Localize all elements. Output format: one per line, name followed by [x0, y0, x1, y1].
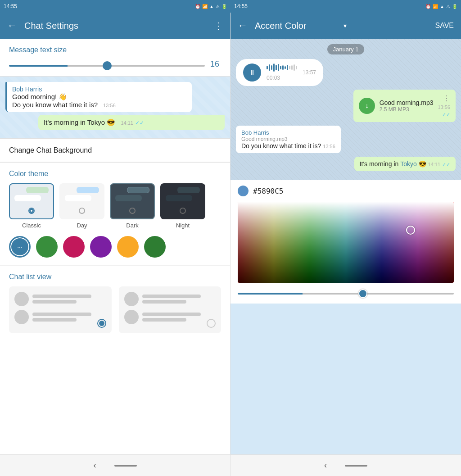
voice-time: 13:57 — [303, 69, 316, 76]
color-spectrum[interactable] — [238, 202, 454, 283]
wifi-icon: ▲ — [209, 4, 214, 9]
hue-slider[interactable] — [238, 293, 454, 295]
theme-dark-label: Dark — [126, 222, 138, 229]
right-status-icons: ⏰ 📶 ▲ ⚠ 🔋 — [425, 4, 457, 9]
right-bottom-nav: ‹ — [230, 454, 461, 476]
theme-dark-radio — [129, 208, 136, 214]
r-warning-icon: ⚠ — [446, 4, 450, 9]
color-theme-label: Color theme — [9, 170, 221, 178]
bob-text-row: Do you know what time it is? 13:56 — [241, 142, 335, 150]
accent-color-yellow[interactable] — [117, 236, 139, 258]
wave-bar — [285, 66, 286, 69]
cli-avatar-3 — [124, 292, 139, 306]
chat-list-style-1[interactable] — [9, 286, 112, 333]
accent-color-purple[interactable] — [90, 236, 112, 258]
file-more-button[interactable]: ⋮ — [443, 94, 450, 103]
tp-bubble — [115, 195, 142, 201]
color-picker-section: #5890C5 — [230, 180, 461, 304]
download-button[interactable]: ↓ — [359, 98, 375, 114]
alarm-icon: ⏰ — [195, 4, 200, 9]
wave-bar — [278, 64, 279, 71]
voice-duration: 00:03 — [267, 75, 280, 81]
cli-row-3 — [124, 292, 216, 306]
cli-avatar-4 — [124, 310, 139, 324]
theme-dark[interactable]: Dark — [110, 183, 155, 229]
theme-day-label: Day — [77, 222, 87, 229]
change-chat-background-button[interactable]: Change Chat Background — [0, 139, 230, 162]
text-size-slider-row: 16 — [9, 59, 221, 69]
menu-dots-button[interactable]: ⋮ — [214, 20, 223, 31]
wave-bar — [276, 65, 277, 70]
dropdown-arrow-icon[interactable]: ▾ — [343, 22, 347, 29]
cli-line — [32, 318, 77, 322]
file-msg-row: ↓ Good morning.mp3 2.5 MB MP3 ⋮ 13:56 ✓✓ — [236, 90, 456, 122]
nav-home-indicator[interactable] — [114, 465, 137, 467]
cli-lines-3 — [142, 295, 216, 304]
file-time: 13:56 — [438, 104, 450, 110]
cli-avatar-2 — [14, 310, 29, 324]
theme-night-label: Night — [176, 222, 190, 229]
file-bubble: ↓ Good morning.mp3 2.5 MB MP3 ⋮ 13:56 ✓✓ — [353, 90, 456, 122]
msg-reply: It's morning in Tokyo 😎 — [44, 118, 115, 126]
msg-reply-time: 14:11 — [121, 120, 133, 126]
r-wifi-icon: ▲ — [440, 4, 444, 9]
theme-day[interactable]: Day — [59, 183, 104, 229]
voice-info: 00:03 — [267, 63, 297, 82]
play-button[interactable]: ⏸ — [243, 63, 261, 82]
msg-greeting: Good morning! 👋 — [12, 93, 186, 101]
chat-date: January 1 — [327, 44, 364, 54]
right-nav-home-indicator[interactable] — [345, 465, 367, 467]
accent-color-blue[interactable]: ··· — [9, 236, 31, 258]
theme-night[interactable]: Night — [160, 183, 205, 229]
right-nav-back-button[interactable]: ‹ — [324, 461, 327, 470]
accent-color-circles: ··· — [9, 236, 221, 258]
tokyo-highlight: Tokyo — [400, 160, 417, 168]
back-button[interactable]: ← — [7, 20, 17, 32]
accent-color-green1[interactable] — [36, 236, 58, 258]
bob-sender: Bob Harris — [241, 129, 335, 136]
right-header: ← Accent Color ▾ SAVE — [230, 13, 461, 39]
chat-preview: Bob Harris Good morning! 👋 Do you know w… — [0, 77, 230, 138]
accent-color-pink[interactable] — [63, 236, 85, 258]
accent-color-green2[interactable] — [144, 236, 166, 258]
right-back-button[interactable]: ← — [238, 20, 248, 32]
chat-list-style-2[interactable] — [119, 286, 221, 333]
chat-list-radio-1[interactable] — [97, 319, 106, 328]
file-meta: 2.5 MB MP3 — [380, 106, 434, 113]
wave-bar — [280, 66, 281, 69]
tokyo-text-part1: It's morning in — [360, 160, 401, 168]
text-size-slider[interactable] — [9, 65, 205, 67]
accent-dots-icon: ··· — [17, 243, 23, 250]
cli-line — [142, 300, 186, 304]
file-time-area: ⋮ 13:56 ✓✓ — [438, 94, 450, 118]
nav-back-button[interactable]: ‹ — [94, 461, 96, 470]
spectrum-cursor[interactable] — [406, 226, 415, 235]
network-icon: 📶 — [202, 4, 208, 9]
msg-sender: Bob Harris — [12, 86, 186, 93]
right-status-bar: 14:55 ⏰ 📶 ▲ ⚠ 🔋 — [230, 0, 461, 13]
sent-message-bubble: It's morning in Tokyo 😎 14:11 ✓✓ — [38, 115, 225, 130]
cli-row-1 — [14, 292, 106, 306]
text-size-slider-container — [9, 60, 205, 68]
theme-classic-radio — [28, 208, 35, 214]
save-button[interactable]: SAVE — [435, 22, 454, 30]
tp-bubble — [127, 187, 149, 193]
cli-line — [32, 295, 91, 298]
left-header: ← Chat Settings ⋮ — [0, 13, 230, 39]
theme-classic[interactable]: Classic — [9, 183, 54, 229]
left-status-bar: 14:55 ⏰ 📶 ▲ ⚠ 🔋 — [0, 0, 230, 13]
right-panel: ← Accent Color ▾ SAVE January 1 ⏸ — [230, 13, 461, 476]
r-network-icon: 📶 — [433, 4, 438, 9]
theme-day-radio — [79, 208, 85, 214]
chat-settings-title: Chat Settings — [24, 21, 214, 31]
received-message-bubble: Bob Harris Good morning! 👋 Do you know w… — [5, 82, 192, 112]
chat-list-radio-2[interactable] — [207, 319, 216, 328]
battery-icon: 🔋 — [221, 4, 227, 9]
cli-avatar-1 — [14, 292, 29, 306]
tokyo-bubble: It's morning in Tokyo 😎 14:11 ✓✓ — [354, 157, 456, 171]
theme-night-radio — [180, 208, 186, 214]
wave-bar — [282, 65, 284, 70]
bob-text: Do you know what time it is? — [241, 142, 321, 150]
tp-bubble — [26, 187, 49, 193]
color-hex-input[interactable]: #5890C5 — [253, 187, 454, 195]
